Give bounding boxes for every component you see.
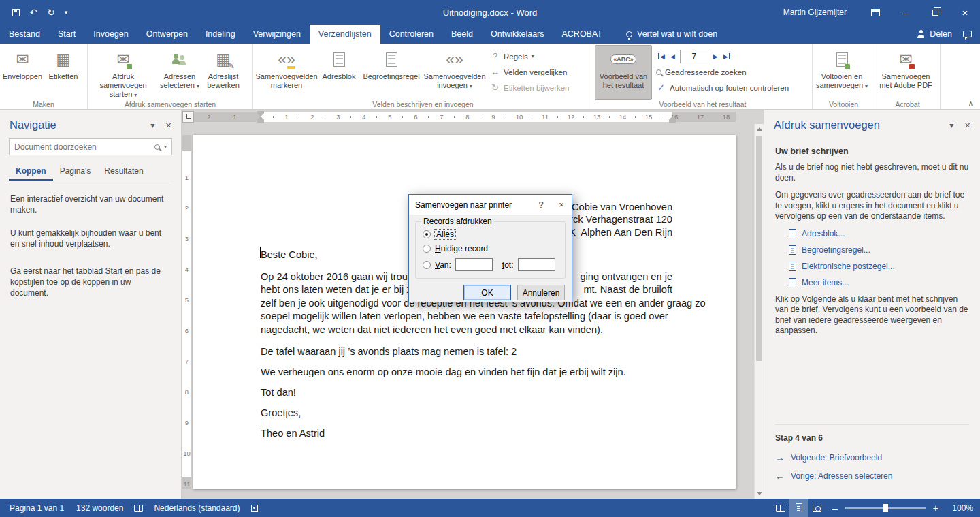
search-options-caret-icon[interactable]: ▾ xyxy=(164,144,167,150)
address-block-button[interactable]: Adresblok xyxy=(318,45,359,100)
feedback-button[interactable] xyxy=(960,25,980,44)
search-input[interactable] xyxy=(14,142,150,152)
radio-alles[interactable] xyxy=(423,230,431,238)
zoom-out-button[interactable]: – xyxy=(826,503,844,514)
customize-quick-access-button[interactable]: ▾ xyxy=(60,3,72,22)
address-block-link[interactable]: Adresblok... xyxy=(789,229,969,238)
tab-controleren[interactable]: Controleren xyxy=(380,25,442,44)
rules-button[interactable]: ? Regels ▾ xyxy=(486,48,574,64)
ribbon-display-options-button[interactable] xyxy=(860,0,890,25)
zoom-slider[interactable] xyxy=(845,507,926,509)
tell-me-box[interactable]: Vertel wat u wilt doen xyxy=(626,25,717,44)
next-record-button[interactable]: ▶ xyxy=(710,50,721,63)
dialog-close-button[interactable]: × xyxy=(551,195,572,215)
tab-verzendlijsten[interactable]: Verzendlijsten xyxy=(310,25,380,44)
page-indicator[interactable]: Pagina 1 van 1 xyxy=(0,503,70,513)
radio-row-alles[interactable]: Alles xyxy=(423,230,455,239)
nav-tab-resultaten[interactable]: Resultaten xyxy=(97,162,150,181)
radio-row-van-tot[interactable]: Van: tot: xyxy=(423,258,555,271)
scroll-down-icon[interactable] xyxy=(757,492,762,495)
search-icon[interactable] xyxy=(154,144,160,150)
tab-acrobat[interactable]: ACROBAT xyxy=(553,25,612,44)
macro-icon[interactable] xyxy=(251,505,258,512)
scroll-up-icon[interactable] xyxy=(757,127,762,131)
tab-ontwerpen[interactable]: Ontwerpen xyxy=(137,25,197,44)
tot-label[interactable]: tot: xyxy=(502,260,514,270)
previous-step-link[interactable]: ←Vorige: Adressen selecteren xyxy=(775,471,969,482)
zoom-level[interactable]: 100% xyxy=(945,503,973,513)
record-number-input[interactable] xyxy=(680,50,708,63)
previous-record-button[interactable]: ◀ xyxy=(668,50,678,63)
navigation-pane-close-icon[interactable]: × xyxy=(165,119,172,131)
tab-selector[interactable] xyxy=(182,111,194,123)
undo-button[interactable]: ↶ xyxy=(24,3,42,22)
radio-van[interactable] xyxy=(423,261,431,269)
dialog-help-button[interactable]: ? xyxy=(531,195,551,215)
horizontal-ruler[interactable]: 21123456789101112131415161718 xyxy=(182,110,764,124)
greeting-line-link[interactable]: Begroetingsregel... xyxy=(789,245,969,255)
redo-button[interactable]: ↻ xyxy=(42,3,60,22)
find-recipient-button[interactable]: Geadresseerde zoeken xyxy=(652,64,793,80)
nav-tab-paginas[interactable]: Pagina's xyxy=(53,162,98,181)
dialog-title-bar[interactable]: Samenvoegen naar printer ? × xyxy=(409,195,572,215)
radio-alles-label[interactable]: Alles xyxy=(435,230,455,239)
proofing-icon[interactable] xyxy=(134,505,143,512)
check-for-errors-button[interactable]: ✓ Automatisch op fouten controleren xyxy=(652,80,793,95)
electronic-postage-link[interactable]: Elektronische postzegel... xyxy=(789,262,969,271)
insert-merge-field-button[interactable]: «» Samenvoegvelden invoegen ▾ xyxy=(423,45,486,100)
tab-ontwikkelaars[interactable]: Ontwikkelaars xyxy=(482,25,553,44)
ok-button[interactable]: OK xyxy=(463,285,511,300)
radio-row-huidige-record[interactable]: Huidige record xyxy=(423,244,488,253)
etiketten-button[interactable]: ▦ Etiketten xyxy=(44,45,83,100)
zoom-in-button[interactable]: + xyxy=(927,503,945,514)
tab-invoegen[interactable]: Invoegen xyxy=(84,25,137,44)
tab-bestand[interactable]: Bestand xyxy=(0,25,49,44)
tot-input[interactable] xyxy=(518,258,555,271)
save-button[interactable] xyxy=(7,3,24,22)
task-pane-close-icon[interactable]: × xyxy=(964,119,970,131)
last-record-button[interactable]: ▶ xyxy=(721,50,734,63)
radio-huidige-record[interactable] xyxy=(423,245,431,253)
tab-indeling[interactable]: Indeling xyxy=(197,25,244,44)
van-label[interactable]: Van: xyxy=(435,260,451,270)
match-fields-button[interactable]: ↔ Velden vergelijken xyxy=(486,64,574,80)
edit-recipient-list-button[interactable]: ▦✎ Adreslijst bewerken xyxy=(202,45,244,100)
vertical-scrollbar[interactable] xyxy=(754,124,764,499)
finish-merge-button[interactable]: Voltooien en samenvoegen ▾ xyxy=(814,45,870,100)
cancel-button[interactable]: Annuleren xyxy=(517,285,565,300)
zoom-slider-thumb[interactable] xyxy=(883,504,888,512)
tab-verwijzingen[interactable]: Verwijzingen xyxy=(244,25,310,44)
radio-huidige-record-label[interactable]: Huidige record xyxy=(435,244,488,253)
language-indicator[interactable]: Nederlands (standaard) xyxy=(148,503,246,513)
nav-tab-koppen[interactable]: Koppen xyxy=(9,162,53,181)
merge-to-printer-dialog[interactable]: Samenvoegen naar printer ? × Records afd… xyxy=(408,194,572,302)
select-recipients-button[interactable]: Adressen selecteren ▾ xyxy=(157,45,202,100)
scrollbar-thumb[interactable] xyxy=(756,136,762,361)
print-layout-button[interactable] xyxy=(789,499,808,517)
minimize-button[interactable]: – xyxy=(890,0,920,25)
van-input[interactable] xyxy=(455,258,493,271)
next-step-link[interactable]: →Volgende: Briefvoorbeeld xyxy=(775,452,969,463)
start-mail-merge-button[interactable]: ✉ Afdruk samenvoegen starten ▾ xyxy=(89,45,157,100)
tab-beeld[interactable]: Beeld xyxy=(442,25,482,44)
document-page[interactable]: Cobie van Vroenhoven birck Verhagenstraa… xyxy=(193,135,736,489)
preview-results-button[interactable]: «ABC» Voorbeeld van het resultaat xyxy=(595,45,652,100)
enveloppen-button[interactable]: ✉ Enveloppen xyxy=(1,45,44,100)
navigation-pane-menu-icon[interactable]: ▾ xyxy=(150,121,154,130)
document-search-box[interactable]: ▾ xyxy=(9,138,172,155)
read-mode-button[interactable] xyxy=(771,499,789,517)
vertical-ruler[interactable]: 1234567891011 xyxy=(182,124,193,499)
word-count[interactable]: 132 woorden xyxy=(70,503,129,513)
greeting-line-button[interactable]: Begroetingsregel xyxy=(359,45,423,100)
task-pane-menu-icon[interactable]: ▾ xyxy=(949,121,953,130)
merge-to-adobe-pdf-button[interactable]: ✉ Samenvoegen met Adobe PDF xyxy=(877,45,935,100)
web-layout-button[interactable] xyxy=(808,499,826,517)
share-button[interactable]: Delen xyxy=(909,25,960,44)
tab-start[interactable]: Start xyxy=(49,25,84,44)
more-items-link[interactable]: Meer items... xyxy=(789,278,969,287)
close-button[interactable]: × xyxy=(950,0,980,25)
collapse-ribbon-icon[interactable]: ∧ xyxy=(968,99,973,107)
restore-button[interactable] xyxy=(920,0,950,25)
highlight-merge-fields-button[interactable]: «» Samenvoegvelden markeren xyxy=(255,45,318,100)
first-record-button[interactable]: ◀ xyxy=(655,50,668,63)
